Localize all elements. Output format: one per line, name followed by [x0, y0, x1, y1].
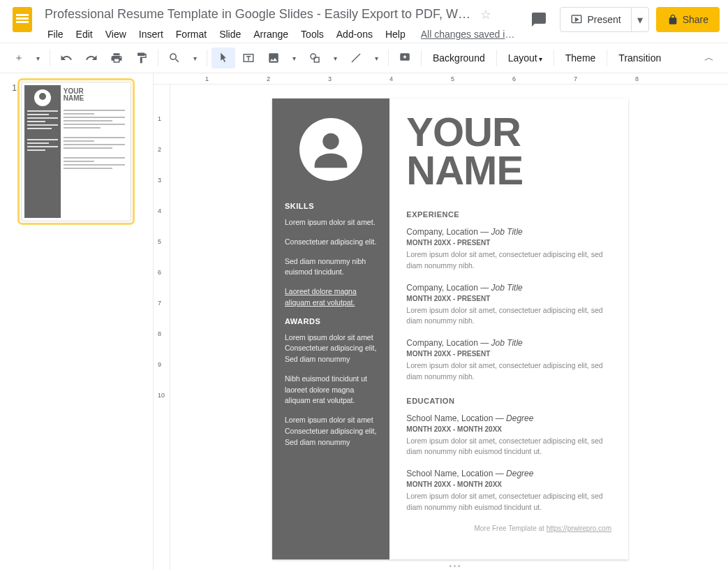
- undo-button[interactable]: [54, 47, 78, 68]
- menu-file[interactable]: File: [42, 26, 69, 43]
- menu-view[interactable]: View: [100, 26, 132, 43]
- canvas-area[interactable]: 12345678 12345678910 SKILLS Lorem ipsum …: [154, 73, 728, 570]
- filmstrip[interactable]: 1 YOURNAME: [0, 73, 154, 570]
- separator: [554, 50, 554, 66]
- paint-format-button[interactable]: [130, 47, 154, 68]
- education-heading[interactable]: EDUCATION: [406, 397, 611, 405]
- separator: [207, 50, 207, 66]
- separator: [607, 50, 607, 66]
- new-slide-button[interactable]: ＋: [8, 47, 29, 68]
- toolbar: ＋ ▾ ▾ ▾ ▾ ▾ Background Layout▾ Theme Tra…: [0, 43, 728, 73]
- slide-thumbnail-1[interactable]: YOURNAME: [21, 82, 131, 221]
- menu-slide[interactable]: Slide: [214, 26, 246, 43]
- title-area: Professional Resume Template in Google S…: [42, 6, 525, 43]
- awards-item[interactable]: Nibh euismod tincidunt ut laoreet dolore…: [285, 374, 377, 406]
- menu-insert[interactable]: Insert: [133, 26, 169, 43]
- skills-item[interactable]: Lorem ipsum dolor sit amet.: [285, 217, 377, 228]
- separator: [496, 50, 497, 66]
- menu-bar: File Edit View Insert Format Slide Arran…: [42, 26, 525, 43]
- slide-thumbnail-wrap: 1 YOURNAME: [0, 82, 153, 221]
- collapse-toolbar-icon[interactable]: ︿: [699, 47, 720, 68]
- shape-dropdown[interactable]: ▾: [327, 50, 343, 66]
- layout-button[interactable]: Layout▾: [501, 48, 549, 68]
- resume-main[interactable]: YOURNAME EXPERIENCE Company, Location — …: [389, 98, 628, 559]
- share-label: Share: [683, 14, 708, 25]
- menu-addons[interactable]: Add-ons: [331, 26, 378, 43]
- skills-item[interactable]: Laoreet dolore magna aliquam erat volutp…: [285, 286, 377, 309]
- comment-tool[interactable]: [393, 47, 417, 68]
- background-button[interactable]: Background: [426, 48, 492, 68]
- shape-tool[interactable]: [303, 47, 327, 68]
- separator: [50, 50, 50, 66]
- thumb-number: 1: [7, 82, 21, 221]
- experience-entry[interactable]: Company, Location — Job Title MONTH 20XX…: [406, 227, 611, 272]
- menu-arrange[interactable]: Arrange: [248, 26, 294, 43]
- explore-handle-icon[interactable]: • • •: [181, 559, 728, 570]
- select-tool[interactable]: [211, 47, 235, 68]
- zoom-button[interactable]: [163, 47, 186, 68]
- separator: [421, 50, 422, 66]
- redo-button[interactable]: [80, 47, 103, 68]
- zoom-dropdown[interactable]: ▾: [186, 50, 202, 66]
- experience-entry[interactable]: Company, Location — Job Title MONTH 20XX…: [406, 338, 611, 383]
- textbox-tool[interactable]: [237, 47, 260, 68]
- vertical-ruler: 12345678910: [154, 85, 170, 570]
- present-button[interactable]: Present: [560, 8, 630, 31]
- skills-item[interactable]: Consectetuer adipiscing elit.: [285, 237, 377, 248]
- skills-item[interactable]: Sed diam nonummy nibh euismod tincidunt.: [285, 256, 377, 279]
- experience-heading[interactable]: EXPERIENCE: [406, 210, 611, 219]
- separator: [158, 50, 158, 66]
- resume-footer[interactable]: More Free Template at https://prwirepro.…: [406, 525, 611, 532]
- doc-title[interactable]: Professional Resume Template in Google S…: [42, 6, 473, 23]
- horizontal-ruler: 12345678: [154, 73, 728, 85]
- menu-edit[interactable]: Edit: [70, 26, 98, 43]
- awards-item[interactable]: Lorem ipsum dolor sit amet Consectetuer …: [285, 415, 377, 448]
- menu-help[interactable]: Help: [380, 26, 411, 43]
- separator: [388, 50, 389, 66]
- theme-button[interactable]: Theme: [558, 48, 603, 68]
- awards-heading[interactable]: AWARDS: [285, 317, 377, 325]
- education-entry[interactable]: School Name, Location — Degree MONTH 20X…: [406, 469, 611, 513]
- avatar-placeholder-icon[interactable]: [299, 118, 362, 181]
- image-dropdown[interactable]: ▾: [285, 50, 302, 66]
- line-tool[interactable]: [344, 47, 368, 68]
- awards-item[interactable]: Lorem ipsum dolor sit amet Consectetuer …: [285, 332, 377, 365]
- transition-button[interactable]: Transition: [611, 48, 668, 68]
- resume-name[interactable]: YOURNAME: [406, 112, 611, 189]
- present-button-group: Present ▾: [560, 7, 648, 32]
- share-button[interactable]: Share: [656, 7, 720, 32]
- svg-point-2: [311, 54, 316, 59]
- save-status[interactable]: All changes saved in …: [421, 29, 519, 40]
- present-dropdown[interactable]: ▾: [631, 8, 648, 31]
- line-dropdown[interactable]: ▾: [368, 50, 384, 66]
- slide-canvas[interactable]: SKILLS Lorem ipsum dolor sit amet. Conse…: [272, 98, 628, 559]
- resume-sidebar[interactable]: SKILLS Lorem ipsum dolor sit amet. Conse…: [272, 98, 389, 559]
- header-right: Present ▾ Share: [525, 6, 720, 34]
- image-tool[interactable]: [262, 47, 285, 68]
- menu-format[interactable]: Format: [170, 26, 212, 43]
- skills-heading[interactable]: SKILLS: [285, 202, 377, 210]
- header-bar: Professional Resume Template in Google S…: [0, 0, 728, 43]
- svg-point-5: [322, 133, 339, 149]
- new-slide-dropdown[interactable]: ▾: [29, 50, 45, 66]
- comments-button[interactable]: [525, 6, 553, 34]
- slides-logo-icon[interactable]: [8, 6, 36, 34]
- education-entry[interactable]: School Name, Location — Degree MONTH 20X…: [406, 413, 611, 458]
- experience-entry[interactable]: Company, Location — Job Title MONTH 20XX…: [406, 283, 611, 328]
- present-label: Present: [587, 14, 621, 25]
- menu-tools[interactable]: Tools: [295, 26, 329, 43]
- star-icon[interactable]: ☆: [480, 8, 491, 22]
- workspace: 1 YOURNAME: [0, 73, 728, 570]
- print-button[interactable]: [105, 47, 128, 68]
